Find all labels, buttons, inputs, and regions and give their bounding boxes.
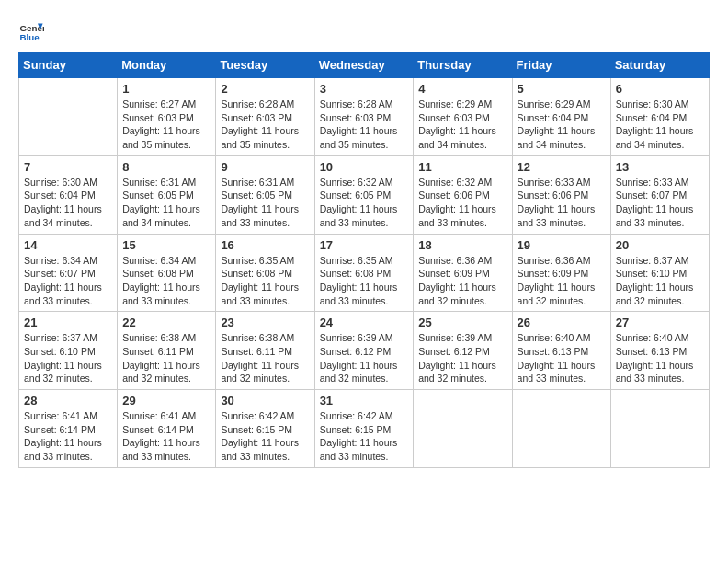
- day-info: Sunrise: 6:37 AM Sunset: 6:10 PM Dayligh…: [24, 331, 112, 385]
- calendar-table: SundayMondayTuesdayWednesdayThursdayFrid…: [18, 52, 710, 468]
- calendar-cell: 28Sunrise: 6:41 AM Sunset: 6:14 PM Dayli…: [19, 390, 118, 468]
- day-number: 3: [320, 82, 409, 96]
- calendar-cell: 14Sunrise: 6:34 AM Sunset: 6:07 PM Dayli…: [19, 234, 118, 312]
- day-number: 11: [418, 160, 506, 174]
- calendar-cell: 3Sunrise: 6:28 AM Sunset: 6:03 PM Daylig…: [314, 78, 414, 156]
- day-info: Sunrise: 6:42 AM Sunset: 6:15 PM Dayligh…: [320, 409, 409, 464]
- calendar-week-row: 21Sunrise: 6:37 AM Sunset: 6:10 PM Dayli…: [19, 312, 710, 390]
- calendar-cell: 30Sunrise: 6:42 AM Sunset: 6:15 PM Dayli…: [216, 390, 314, 468]
- col-header-saturday: Saturday: [610, 52, 709, 78]
- day-info: Sunrise: 6:32 AM Sunset: 6:06 PM Dayligh…: [418, 176, 506, 230]
- day-info: Sunrise: 6:29 AM Sunset: 6:03 PM Dayligh…: [418, 98, 506, 152]
- calendar-cell: 19Sunrise: 6:36 AM Sunset: 6:09 PM Dayli…: [512, 234, 610, 312]
- day-info: Sunrise: 6:33 AM Sunset: 6:07 PM Dayligh…: [616, 176, 704, 230]
- calendar-cell: 1Sunrise: 6:27 AM Sunset: 6:03 PM Daylig…: [118, 78, 216, 156]
- col-header-thursday: Thursday: [414, 52, 512, 78]
- col-header-sunday: Sunday: [19, 52, 118, 78]
- day-number: 1: [122, 82, 210, 96]
- calendar-cell: 18Sunrise: 6:36 AM Sunset: 6:09 PM Dayli…: [414, 234, 512, 312]
- day-info: Sunrise: 6:34 AM Sunset: 6:07 PM Dayligh…: [24, 254, 112, 308]
- day-number: 10: [320, 160, 409, 174]
- calendar-week-row: 28Sunrise: 6:41 AM Sunset: 6:14 PM Dayli…: [19, 390, 710, 468]
- day-info: Sunrise: 6:37 AM Sunset: 6:10 PM Dayligh…: [616, 254, 704, 308]
- day-info: Sunrise: 6:35 AM Sunset: 6:08 PM Dayligh…: [221, 254, 309, 308]
- day-info: Sunrise: 6:38 AM Sunset: 6:11 PM Dayligh…: [221, 331, 309, 385]
- day-info: Sunrise: 6:35 AM Sunset: 6:08 PM Dayligh…: [320, 254, 409, 308]
- calendar-cell: 20Sunrise: 6:37 AM Sunset: 6:10 PM Dayli…: [610, 234, 709, 312]
- logo: General Blue: [18, 18, 44, 44]
- day-info: Sunrise: 6:41 AM Sunset: 6:14 PM Dayligh…: [24, 409, 112, 464]
- calendar-cell: 6Sunrise: 6:30 AM Sunset: 6:04 PM Daylig…: [610, 78, 709, 156]
- day-number: 30: [221, 394, 309, 408]
- day-info: Sunrise: 6:27 AM Sunset: 6:03 PM Dayligh…: [122, 98, 210, 152]
- day-info: Sunrise: 6:41 AM Sunset: 6:14 PM Dayligh…: [122, 409, 210, 464]
- calendar-cell: 11Sunrise: 6:32 AM Sunset: 6:06 PM Dayli…: [414, 155, 512, 234]
- day-number: 26: [518, 316, 606, 329]
- calendar-cell: 31Sunrise: 6:42 AM Sunset: 6:15 PM Dayli…: [314, 390, 414, 468]
- calendar-cell: [512, 390, 610, 468]
- calendar-cell: [19, 78, 118, 156]
- day-number: 22: [122, 316, 210, 329]
- day-number: 16: [221, 238, 309, 252]
- calendar-cell: 9Sunrise: 6:31 AM Sunset: 6:05 PM Daylig…: [216, 155, 314, 234]
- day-info: Sunrise: 6:33 AM Sunset: 6:06 PM Dayligh…: [518, 176, 606, 230]
- calendar-cell: [610, 390, 709, 468]
- calendar-cell: 15Sunrise: 6:34 AM Sunset: 6:08 PM Dayli…: [118, 234, 216, 312]
- page-header: General Blue: [18, 18, 710, 44]
- calendar-week-row: 7Sunrise: 6:30 AM Sunset: 6:04 PM Daylig…: [19, 155, 710, 234]
- calendar-cell: 12Sunrise: 6:33 AM Sunset: 6:06 PM Dayli…: [512, 155, 610, 234]
- day-number: 13: [616, 160, 704, 174]
- day-info: Sunrise: 6:42 AM Sunset: 6:15 PM Dayligh…: [221, 409, 309, 464]
- calendar-header-row: SundayMondayTuesdayWednesdayThursdayFrid…: [19, 52, 710, 78]
- day-number: 25: [418, 316, 506, 329]
- calendar-cell: 21Sunrise: 6:37 AM Sunset: 6:10 PM Dayli…: [19, 312, 118, 390]
- calendar-cell: 7Sunrise: 6:30 AM Sunset: 6:04 PM Daylig…: [19, 155, 118, 234]
- logo-icon: General Blue: [18, 18, 44, 44]
- day-number: 24: [320, 316, 409, 329]
- svg-text:Blue: Blue: [19, 32, 40, 42]
- calendar-cell: 17Sunrise: 6:35 AM Sunset: 6:08 PM Dayli…: [314, 234, 414, 312]
- day-info: Sunrise: 6:28 AM Sunset: 6:03 PM Dayligh…: [320, 98, 409, 152]
- day-number: 6: [616, 82, 704, 96]
- day-number: 4: [418, 82, 506, 96]
- calendar-cell: 16Sunrise: 6:35 AM Sunset: 6:08 PM Dayli…: [216, 234, 314, 312]
- day-info: Sunrise: 6:30 AM Sunset: 6:04 PM Dayligh…: [616, 98, 704, 152]
- calendar-cell: 25Sunrise: 6:39 AM Sunset: 6:12 PM Dayli…: [414, 312, 512, 390]
- day-info: Sunrise: 6:29 AM Sunset: 6:04 PM Dayligh…: [518, 98, 606, 152]
- calendar-cell: 4Sunrise: 6:29 AM Sunset: 6:03 PM Daylig…: [414, 78, 512, 156]
- day-info: Sunrise: 6:34 AM Sunset: 6:08 PM Dayligh…: [122, 254, 210, 308]
- calendar-cell: 13Sunrise: 6:33 AM Sunset: 6:07 PM Dayli…: [610, 155, 709, 234]
- col-header-friday: Friday: [512, 52, 610, 78]
- col-header-tuesday: Tuesday: [216, 52, 314, 78]
- day-number: 19: [518, 238, 606, 252]
- day-number: 29: [122, 394, 210, 408]
- day-number: 27: [616, 316, 704, 329]
- calendar-week-row: 14Sunrise: 6:34 AM Sunset: 6:07 PM Dayli…: [19, 234, 710, 312]
- day-number: 15: [122, 238, 210, 252]
- day-number: 17: [320, 238, 409, 252]
- col-header-monday: Monday: [118, 52, 216, 78]
- day-info: Sunrise: 6:32 AM Sunset: 6:05 PM Dayligh…: [320, 176, 409, 230]
- day-number: 23: [221, 316, 309, 329]
- day-info: Sunrise: 6:39 AM Sunset: 6:12 PM Dayligh…: [418, 331, 506, 385]
- day-number: 21: [24, 316, 112, 329]
- calendar-cell: 5Sunrise: 6:29 AM Sunset: 6:04 PM Daylig…: [512, 78, 610, 156]
- day-info: Sunrise: 6:31 AM Sunset: 6:05 PM Dayligh…: [221, 176, 309, 230]
- day-number: 12: [518, 160, 606, 174]
- calendar-cell: 22Sunrise: 6:38 AM Sunset: 6:11 PM Dayli…: [118, 312, 216, 390]
- day-number: 5: [518, 82, 606, 96]
- day-number: 8: [122, 160, 210, 174]
- day-number: 2: [221, 82, 309, 96]
- day-info: Sunrise: 6:38 AM Sunset: 6:11 PM Dayligh…: [122, 331, 210, 385]
- calendar-cell: 24Sunrise: 6:39 AM Sunset: 6:12 PM Dayli…: [314, 312, 414, 390]
- day-info: Sunrise: 6:30 AM Sunset: 6:04 PM Dayligh…: [24, 176, 112, 230]
- day-number: 7: [24, 160, 112, 174]
- calendar-cell: 27Sunrise: 6:40 AM Sunset: 6:13 PM Dayli…: [610, 312, 709, 390]
- calendar-cell: 10Sunrise: 6:32 AM Sunset: 6:05 PM Dayli…: [314, 155, 414, 234]
- day-info: Sunrise: 6:40 AM Sunset: 6:13 PM Dayligh…: [518, 331, 606, 385]
- day-number: 14: [24, 238, 112, 252]
- calendar-cell: [414, 390, 512, 468]
- calendar-week-row: 1Sunrise: 6:27 AM Sunset: 6:03 PM Daylig…: [19, 78, 710, 156]
- day-info: Sunrise: 6:36 AM Sunset: 6:09 PM Dayligh…: [418, 254, 506, 308]
- calendar-cell: 29Sunrise: 6:41 AM Sunset: 6:14 PM Dayli…: [118, 390, 216, 468]
